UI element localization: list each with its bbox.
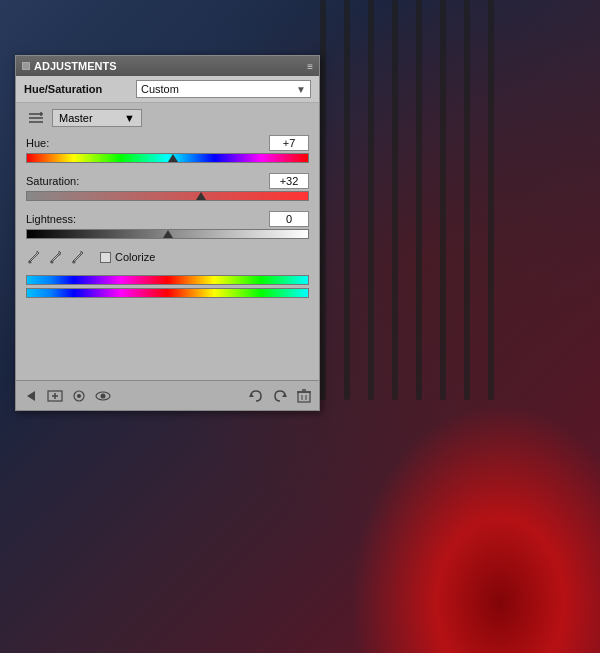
svg-point-7 (73, 261, 76, 264)
bottom-toolbar-left (22, 387, 112, 405)
undo-button[interactable] (247, 387, 265, 405)
eyedropper-add-icon[interactable]: + (48, 249, 64, 265)
back-button[interactable] (22, 387, 40, 405)
header-row: Hue/Saturation Custom ▼ (16, 76, 319, 103)
channel-dropdown[interactable]: Master ▼ (52, 109, 142, 127)
preset-dropdown-arrow: ▼ (296, 84, 306, 95)
eyedropper-sample-icon[interactable] (26, 249, 42, 265)
adjustments-panel: ADJUSTMENTS ≡ Hue/Saturation Custom ▼ (15, 55, 320, 411)
lightness-thumb[interactable] (163, 230, 173, 238)
svg-text:+: + (58, 251, 62, 257)
svg-point-4 (29, 261, 32, 264)
color-bar-bottom (26, 288, 309, 298)
hue-value-input[interactable] (269, 135, 309, 151)
eyedropper-remove-icon[interactable]: - (70, 249, 86, 265)
channel-dropdown-arrow: ▼ (124, 112, 135, 124)
saturation-value-input[interactable] (269, 173, 309, 189)
channel-row: Master ▼ (26, 109, 309, 127)
channel-value: Master (59, 112, 93, 124)
reset-button[interactable] (271, 387, 289, 405)
saturation-label: Saturation: (26, 175, 79, 187)
lightness-track[interactable] (26, 229, 309, 239)
delete-button[interactable] (295, 387, 313, 405)
eye-icon[interactable] (94, 387, 112, 405)
bottom-toolbar (16, 380, 319, 410)
hue-label: Hue: (26, 137, 49, 149)
title-bar-dots (22, 62, 30, 70)
lightness-label: Lightness: (26, 213, 76, 225)
colorize-checkbox[interactable] (100, 252, 111, 263)
figure-decoration (350, 403, 600, 653)
hue-label-row: Hue: (26, 135, 309, 151)
hue-slider-row: Hue: (26, 135, 309, 163)
hue-track[interactable] (26, 153, 309, 163)
tools-row: + - Colorize (26, 249, 309, 265)
panel-collapse-button[interactable] (22, 62, 30, 70)
svg-rect-19 (298, 392, 310, 402)
channel-icon (26, 109, 46, 127)
bottom-toolbar-right (247, 387, 313, 405)
preset-dropdown[interactable]: Custom ▼ (136, 80, 311, 98)
svg-text:-: - (80, 251, 82, 257)
preset-value: Custom (141, 83, 179, 95)
fence-decoration (320, 0, 520, 400)
colorize-row: Colorize (100, 251, 155, 263)
title-bar-menu-icon[interactable]: ≡ (307, 61, 313, 72)
saturation-track[interactable] (26, 191, 309, 201)
lightness-label-row: Lightness: (26, 211, 309, 227)
lightness-value-input[interactable] (269, 211, 309, 227)
add-adjustment-button[interactable] (46, 387, 64, 405)
hue-thumb[interactable] (168, 154, 178, 162)
panel-content: Master ▼ Hue: Saturation: (16, 103, 319, 380)
visibility-icon[interactable] (70, 387, 88, 405)
saturation-slider-row: Saturation: (26, 173, 309, 201)
adjustment-type-label: Hue/Saturation (24, 83, 102, 95)
color-bar-top (26, 275, 309, 285)
empty-area (26, 304, 309, 374)
color-bars (26, 275, 309, 298)
lightness-slider-row: Lightness: (26, 211, 309, 239)
colorize-label: Colorize (115, 251, 155, 263)
title-bar: ADJUSTMENTS ≡ (16, 56, 319, 76)
title-bar-controls: ≡ (307, 61, 313, 72)
svg-point-5 (51, 261, 54, 264)
saturation-label-row: Saturation: (26, 173, 309, 189)
svg-marker-9 (27, 391, 35, 401)
svg-point-16 (101, 393, 106, 398)
saturation-thumb[interactable] (196, 192, 206, 200)
panel-title: ADJUSTMENTS (34, 60, 117, 72)
svg-point-14 (77, 394, 81, 398)
title-bar-left: ADJUSTMENTS (22, 60, 117, 72)
